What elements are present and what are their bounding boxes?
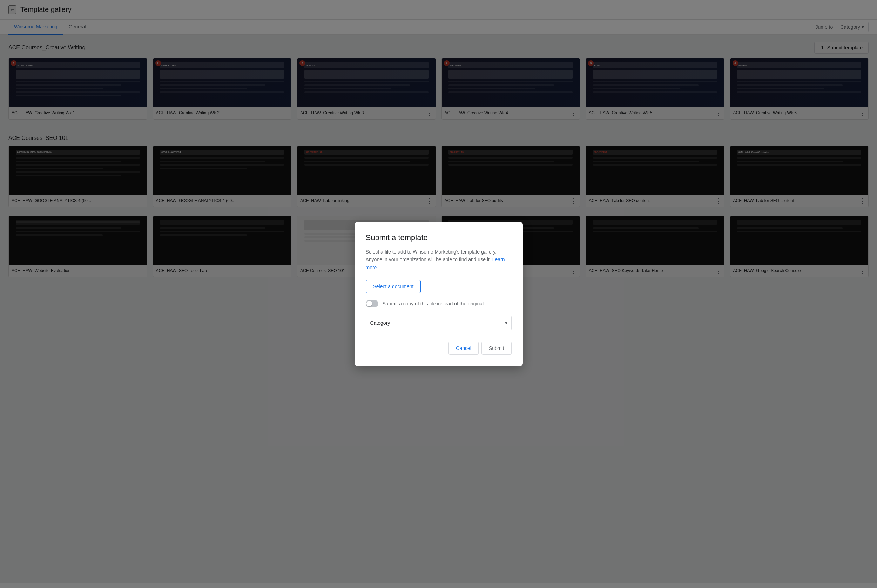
copy-toggle-row: Submit a copy of this file instead of th… [366,300,511,307]
toggle-track [366,300,378,307]
select-document-button[interactable]: Select a document [366,280,421,293]
modal-footer: Cancel Submit [366,342,511,355]
submit-template-modal: Submit a template Select a file to add t… [355,222,523,366]
submit-button[interactable]: Submit [481,342,511,355]
category-select[interactable]: Category Business Education Personal Wor… [366,316,511,330]
toggle-label-text: Submit a copy of this file instead of th… [382,301,484,306]
modal-description: Select a file to add to Winsome Marketin… [366,248,511,272]
modal-backdrop: Submit a template Select a file to add t… [0,0,877,584]
modal-description-text: Select a file to add to Winsome Marketin… [366,249,497,262]
toggle-thumb [366,301,372,306]
cancel-button[interactable]: Cancel [448,342,479,355]
copy-toggle[interactable] [366,300,378,307]
modal-title: Submit a template [366,233,511,242]
category-row: Category Business Education Personal Wor… [366,316,511,330]
